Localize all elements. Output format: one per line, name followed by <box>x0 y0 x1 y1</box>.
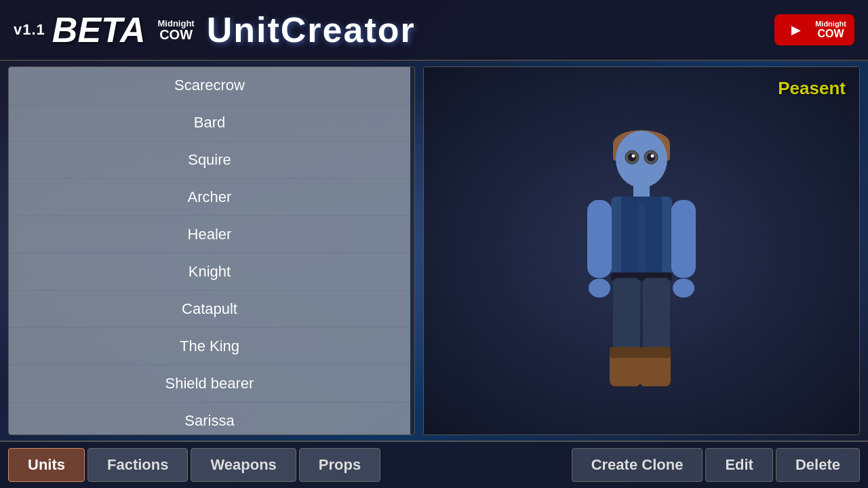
svg-point-2 <box>616 131 667 188</box>
delete-button[interactable]: Delete <box>776 448 860 482</box>
main-content: Scarecrow Bard Squire Archer Healer Knig… <box>0 61 868 441</box>
youtube-link[interactable]: Midnight COW <box>774 14 854 45</box>
svg-point-5 <box>628 153 636 161</box>
yt-cow-label: COW <box>818 28 844 40</box>
yt-midnight-label: Midnight <box>815 20 846 28</box>
header-left: v1.1 BETA Midnight COW UnitCreator <box>14 9 416 50</box>
youtube-play-icon <box>783 20 810 39</box>
midnight-label: Midnight <box>158 19 195 28</box>
svg-point-6 <box>647 153 655 161</box>
list-item[interactable]: Scarecrow <box>9 67 410 104</box>
factions-tab-button[interactable]: Factions <box>87 448 188 482</box>
list-item[interactable]: Sarissa <box>9 403 410 434</box>
weapons-tab-button[interactable]: Weapons <box>191 448 296 482</box>
svg-rect-15 <box>671 200 696 278</box>
character-display <box>424 67 859 434</box>
unit-list-panel: Scarecrow Bard Squire Archer Healer Knig… <box>8 66 415 435</box>
midnight-cow-logo: Midnight COW <box>158 19 195 41</box>
unit-list: Scarecrow Bard Squire Archer Healer Knig… <box>9 67 414 434</box>
app-title: UnitCreator <box>207 9 416 50</box>
beta-label: BETA <box>52 12 146 47</box>
edit-button[interactable]: Edit <box>705 448 773 482</box>
cow-label: COW <box>159 28 193 41</box>
svg-point-8 <box>651 155 654 158</box>
svg-rect-12 <box>638 203 645 271</box>
yt-branding: Midnight COW <box>815 20 846 40</box>
list-item[interactable]: Bard <box>9 104 410 142</box>
list-item[interactable]: Catapult <box>9 291 410 328</box>
version-label: v1.1 <box>14 21 45 39</box>
bottom-bar: Units Factions Weapons Props Create Clon… <box>0 441 868 488</box>
svg-rect-22 <box>610 347 641 358</box>
create-clone-button[interactable]: Create Clone <box>572 448 703 482</box>
list-item[interactable]: Healer <box>9 216 410 253</box>
svg-rect-13 <box>587 200 612 278</box>
character-preview-panel: Peasent <box>423 66 860 435</box>
header-right: Midnight COW <box>774 14 854 45</box>
svg-point-7 <box>632 155 635 158</box>
list-item[interactable]: Archer <box>9 179 410 216</box>
list-item[interactable]: Knight <box>9 253 410 291</box>
svg-point-16 <box>673 279 694 298</box>
character-svg <box>533 88 750 413</box>
svg-point-14 <box>589 279 610 298</box>
svg-rect-23 <box>639 347 671 358</box>
character-name: Peasent <box>778 78 846 99</box>
list-item[interactable]: Shield bearer <box>9 365 410 403</box>
props-tab-button[interactable]: Props <box>299 448 380 482</box>
units-tab-button[interactable]: Units <box>8 448 85 482</box>
action-buttons-group: Create Clone Edit Delete <box>572 448 860 482</box>
list-item[interactable]: The King <box>9 328 410 365</box>
app-header: v1.1 BETA Midnight COW UnitCreator Midni… <box>0 0 868 61</box>
list-item[interactable]: Squire <box>9 142 410 179</box>
